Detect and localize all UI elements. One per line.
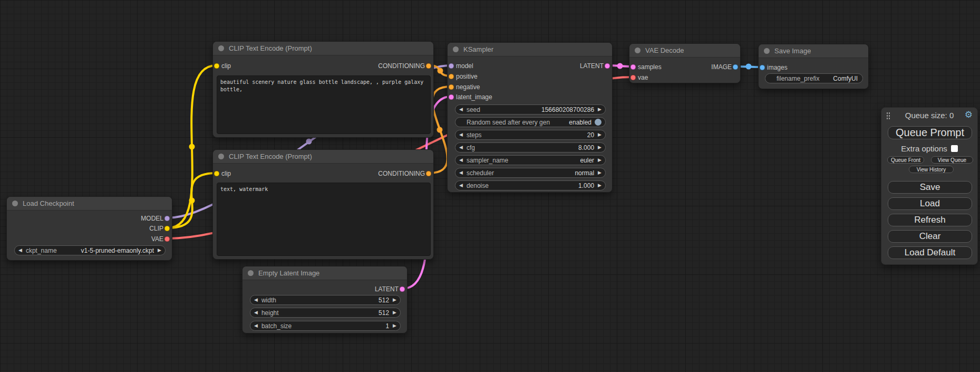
conditioning-output-port[interactable] xyxy=(426,171,432,177)
clip-input-port[interactable] xyxy=(214,171,220,177)
random-seed-toggle[interactable]: Random seed after every gen enabled xyxy=(455,117,606,127)
input-slot-latent-image: latent_image xyxy=(456,93,492,101)
extra-options-checkbox[interactable] xyxy=(951,145,958,152)
decrement-icon[interactable]: ◀ xyxy=(459,155,463,165)
node-title-bar[interactable]: CLIP Text Encode (Prompt) xyxy=(213,150,433,164)
link-midpoint-dot xyxy=(438,68,443,74)
queue-front-button[interactable]: Queue Front xyxy=(887,156,924,164)
node-ksampler[interactable]: KSampler model positive negative latent_… xyxy=(447,42,613,193)
input-slot-negative: negative xyxy=(456,83,480,91)
samples-input-port[interactable] xyxy=(630,64,636,70)
collapse-dot-icon[interactable] xyxy=(218,154,224,159)
increment-icon[interactable]: ▶ xyxy=(598,180,601,190)
save-button[interactable]: Save xyxy=(888,181,972,194)
node-load-checkpoint[interactable]: Load Checkpoint MODEL CLIP VAE ◀ ckpt_na… xyxy=(6,196,172,261)
cfg-stepper[interactable]: ◀ cfg 8.000 ▶ xyxy=(455,142,606,152)
increment-icon[interactable]: ▶ xyxy=(393,295,396,305)
node-clip-text-encode-negative[interactable]: CLIP Text Encode (Prompt) clip CONDITION… xyxy=(212,149,434,260)
denoise-stepper[interactable]: ◀ denoise 1.000 ▶ xyxy=(455,180,606,190)
sampler-name-combo[interactable]: ◀ sampler_name euler ▶ xyxy=(455,155,606,165)
collapse-dot-icon[interactable] xyxy=(453,46,459,52)
collapse-dot-icon[interactable] xyxy=(635,47,641,53)
latent-output-port[interactable] xyxy=(400,287,405,292)
clip-output-port[interactable] xyxy=(164,226,170,232)
increment-icon[interactable]: ▶ xyxy=(598,168,601,178)
model-input-port[interactable] xyxy=(449,63,454,69)
height-stepper[interactable]: ◀ height 512 ▶ xyxy=(250,308,401,318)
increment-icon[interactable]: ▶ xyxy=(393,321,396,331)
collapse-dot-icon[interactable] xyxy=(248,270,254,276)
input-slot-samples: samples xyxy=(638,63,662,71)
node-title-bar[interactable]: VAE Decode xyxy=(629,44,740,58)
negative-prompt-textarea[interactable]: text, watermark xyxy=(217,183,431,256)
increment-icon[interactable]: ▶ xyxy=(598,142,601,152)
queue-panel[interactable]: Queue size: 0 ⚙ Queue Prompt Extra optio… xyxy=(881,107,978,265)
decrement-icon[interactable]: ◀ xyxy=(254,321,258,331)
input-slot-vae: vae xyxy=(638,73,648,82)
widget-label: sampler_name xyxy=(467,157,508,164)
widget-label: height xyxy=(261,309,279,317)
model-output-port[interactable] xyxy=(164,216,170,222)
toggle-on-icon[interactable] xyxy=(595,119,601,126)
collapse-dot-icon[interactable] xyxy=(12,201,18,206)
vae-input-port[interactable] xyxy=(630,75,636,81)
positive-input-port[interactable] xyxy=(449,74,454,80)
node-graph-canvas[interactable]: Load Checkpoint MODEL CLIP VAE ◀ ckpt_na… xyxy=(0,0,980,372)
width-stepper[interactable]: ◀ width 512 ▶ xyxy=(250,295,401,305)
node-title: CLIP Text Encode (Prompt) xyxy=(229,44,312,52)
latent-output-port[interactable] xyxy=(605,63,610,69)
conditioning-output-port[interactable] xyxy=(426,63,432,69)
node-empty-latent-image[interactable]: Empty Latent Image LATENT ◀ width 512 ▶ … xyxy=(242,266,407,333)
image-output-port[interactable] xyxy=(733,64,739,70)
decrement-icon[interactable]: ◀ xyxy=(459,104,463,115)
node-title-bar[interactable]: Load Checkpoint xyxy=(7,197,172,211)
node-title-bar[interactable]: Save Image xyxy=(759,44,868,58)
images-input-port[interactable] xyxy=(760,65,765,71)
scheduler-combo[interactable]: ◀ scheduler normal ▶ xyxy=(455,168,606,178)
node-clip-text-encode-positive[interactable]: CLIP Text Encode (Prompt) clip CONDITION… xyxy=(212,41,434,138)
node-title-bar[interactable]: Empty Latent Image xyxy=(242,266,407,280)
filename-prefix-field[interactable]: filename_prefix ComfyUI xyxy=(765,73,863,83)
node-title-bar[interactable]: KSampler xyxy=(448,43,612,56)
decrement-icon[interactable]: ◀ xyxy=(459,130,463,140)
queue-prompt-button[interactable]: Queue Prompt xyxy=(888,126,972,139)
view-queue-button[interactable]: View Queue xyxy=(931,156,973,164)
settings-gear-icon[interactable]: ⚙ xyxy=(965,109,973,121)
load-button[interactable]: Load xyxy=(888,197,972,210)
increment-icon[interactable]: ▶ xyxy=(158,245,161,255)
node-save-image[interactable]: Save Image images filename_prefix ComfyU… xyxy=(758,44,869,89)
increment-icon[interactable]: ▶ xyxy=(598,155,601,165)
decrement-icon[interactable]: ◀ xyxy=(459,168,463,178)
node-title: Load Checkpoint xyxy=(23,199,74,207)
node-title-bar[interactable]: CLIP Text Encode (Prompt) xyxy=(213,42,433,55)
increment-icon[interactable]: ▶ xyxy=(598,130,601,140)
latent-image-input-port[interactable] xyxy=(449,94,454,100)
link-midpoint-dot xyxy=(189,198,195,204)
decrement-icon[interactable]: ◀ xyxy=(254,308,258,318)
node-title: CLIP Text Encode (Prompt) xyxy=(229,152,312,160)
load-default-button[interactable]: Load Default xyxy=(888,246,972,259)
increment-icon[interactable]: ▶ xyxy=(598,104,601,115)
collapse-dot-icon[interactable] xyxy=(218,45,224,51)
node-vae-decode[interactable]: VAE Decode samples vae IMAGE xyxy=(629,43,741,83)
increment-icon[interactable]: ▶ xyxy=(393,308,396,318)
clear-button[interactable]: Clear xyxy=(888,230,972,243)
decrement-icon[interactable]: ◀ xyxy=(18,245,22,255)
batch-size-stepper[interactable]: ◀ batch_size 1 ▶ xyxy=(250,321,401,331)
negative-input-port[interactable] xyxy=(449,84,454,90)
clip-input-port[interactable] xyxy=(214,63,220,69)
seed-stepper[interactable]: ◀ seed 156680208700286 ▶ xyxy=(455,104,606,115)
view-history-button[interactable]: View History xyxy=(909,166,954,173)
vae-output-port[interactable] xyxy=(164,236,170,242)
node-title: Empty Latent Image xyxy=(258,269,319,277)
collapse-dot-icon[interactable] xyxy=(764,48,770,54)
steps-stepper[interactable]: ◀ steps 20 ▶ xyxy=(455,130,606,140)
refresh-button[interactable]: Refresh xyxy=(888,214,972,226)
input-slot-clip: clip xyxy=(221,62,231,70)
decrement-icon[interactable]: ◀ xyxy=(459,142,463,152)
ckpt-name-combo[interactable]: ◀ ckpt_name v1-5-pruned-emaonly.ckpt ▶ xyxy=(14,245,166,255)
decrement-icon[interactable]: ◀ xyxy=(254,295,258,305)
positive-prompt-textarea[interactable]: beautiful scenery nature glass bottle la… xyxy=(217,75,431,134)
widget-label: scheduler xyxy=(467,169,494,177)
decrement-icon[interactable]: ◀ xyxy=(459,180,463,190)
